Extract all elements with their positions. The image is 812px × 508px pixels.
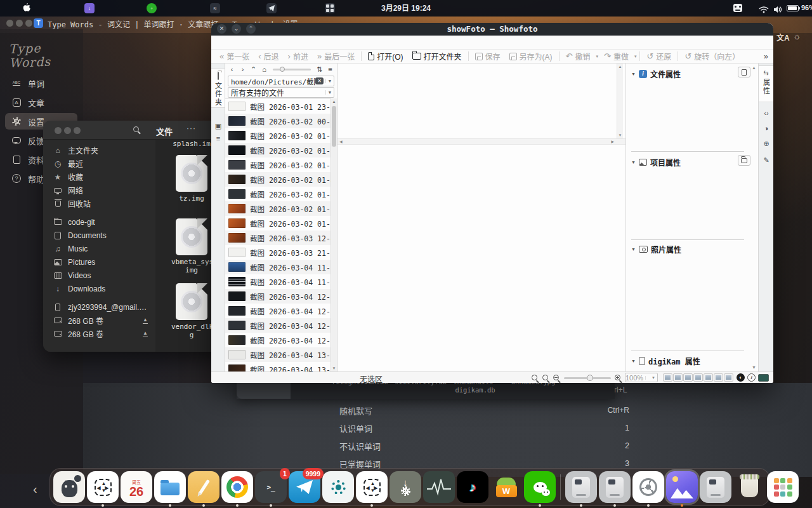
image-file-row[interactable]: 截图 2026-03-02 01-5… (225, 201, 331, 216)
eject-icon[interactable]: ▲ (143, 318, 148, 324)
image-file-row[interactable]: 截图 2026-03-04 11-1… (225, 274, 331, 289)
scroll-up-icon[interactable]: ▲ (617, 65, 623, 69)
showfoto-titlebar[interactable]: ✕ ⌄ ⌃ showFoto — Showfoto (211, 23, 773, 36)
redo-button[interactable]: ↷重做 (599, 51, 633, 62)
forward-icon[interactable]: › (168, 124, 171, 135)
image-file-row[interactable]: 截图 2026-03-02 01-4… (225, 187, 331, 201)
back-icon[interactable]: ‹ (160, 124, 164, 135)
chevron-down-icon[interactable]: ▼ (325, 79, 334, 83)
zoom-fit-icon[interactable] (532, 375, 537, 380)
translate-widget-icon[interactable]: 文A (776, 32, 790, 43)
section-file-properties[interactable]: ▼ i 文件属性 (631, 69, 681, 79)
path-input[interactable]: home/don/Pictures/截图/ (228, 76, 315, 86)
dock-software-installer[interactable]: ↓ (390, 471, 421, 503)
dock-boxes-3[interactable] (700, 471, 731, 503)
image-file-row[interactable]: 截图 2026-03-02 01-1… (225, 157, 331, 172)
thumb-option-button-7[interactable] (724, 373, 733, 382)
copy-properties-button[interactable] (738, 67, 750, 77)
dock-chrome[interactable] (221, 471, 253, 503)
image-file-row[interactable]: 截图 2026-03-04 13-2… (225, 362, 331, 371)
forward-button[interactable]: ›前进 (284, 51, 313, 62)
sidebar-item-trash[interactable]: 回收站 (43, 197, 155, 210)
image-file-row[interactable]: 截图 2026-03-04 12-5… (225, 333, 331, 347)
dock-collapse-icon[interactable]: ‹ (33, 482, 37, 497)
thumb-option-button-2[interactable] (673, 373, 683, 382)
thumb-size-slider[interactable] (273, 69, 311, 70)
sidebar-item-volume-1[interactable]: 268 GB 卷▲ (43, 314, 155, 327)
sidebar-item-downloads[interactable]: ↓Downloads (43, 282, 155, 295)
open-folder-button[interactable]: 打开文件夹 (408, 51, 466, 62)
thumb-option-button-1[interactable] (663, 373, 672, 382)
zoom-slider[interactable] (564, 377, 611, 379)
close-button[interactable] (55, 127, 62, 134)
sidebar-item-home[interactable]: ⌂主文件夹 (43, 144, 155, 157)
dock-tiktok[interactable]: ♪ (457, 471, 488, 503)
minimize-button[interactable] (64, 127, 71, 134)
settings-row[interactable]: 不认识单词2 (339, 437, 629, 455)
nav-home-icon[interactable]: ⌂ (259, 65, 269, 73)
filter-combo[interactable]: 所有支持的文件 ▼ (228, 87, 334, 98)
image-file-row[interactable]: 截图 2026-03-03 12-4… (225, 231, 331, 245)
tab-properties[interactable]: ⇆ 属性 (758, 65, 773, 102)
first-image-button[interactable]: «第一张 (215, 51, 254, 62)
brightness-icon[interactable]: ☼ (793, 31, 801, 41)
nav-up-icon[interactable]: ⌃ (249, 65, 258, 74)
image-file-row[interactable]: 截图 2026-03-02 01-1… (225, 143, 331, 157)
dock-cat-app[interactable] (53, 471, 85, 503)
info-button[interactable]: i (747, 373, 756, 382)
dock-waydroid[interactable]: W (490, 471, 522, 503)
dock-text-editor[interactable] (188, 471, 219, 503)
toolbar-overflow-icon[interactable]: » (764, 51, 768, 61)
sidebar-item-recent[interactable]: ◷最近 (43, 157, 155, 170)
canvas-vscrollbar[interactable]: ▲▼ (617, 64, 623, 138)
menu-dots-button[interactable]: ··· (187, 124, 196, 133)
nav-forward-icon[interactable]: › (238, 65, 247, 73)
chevron-down-icon[interactable]: ▼ (325, 90, 334, 95)
zoom-out-icon[interactable] (553, 375, 559, 380)
input-method-icon[interactable] (733, 4, 742, 12)
file-label[interactable]: thumbnails-digikam.db (450, 382, 500, 394)
dock-system-monitor[interactable] (423, 471, 455, 503)
tab-folders[interactable]: 文件夹 (211, 69, 225, 108)
save-button[interactable]: 保存 (471, 51, 505, 62)
minimize-button[interactable] (16, 20, 23, 27)
rotate-left-button[interactable]: ↺旋转（向左） (680, 51, 744, 62)
dock-calendar[interactable]: 周五26 (121, 471, 152, 503)
thumb-option-button-4[interactable] (693, 373, 703, 382)
wifi-icon[interactable] (759, 4, 769, 15)
dock-ring-tool[interactable] (322, 471, 354, 503)
clear-icon[interactable]: ✕ (315, 77, 324, 84)
metadata-icon[interactable]: ‹› (759, 109, 774, 117)
open-button[interactable]: 打开(O) (363, 51, 407, 62)
dock-trash[interactable] (733, 471, 765, 503)
back-button[interactable]: ‹后退 (254, 51, 283, 62)
scroll-left-icon[interactable]: ◀ (339, 139, 343, 145)
scroll-down-icon[interactable]: ▼ (331, 366, 337, 370)
sidebar-item-starred[interactable]: ★收藏 (43, 170, 155, 184)
maximize-button[interactable] (74, 127, 81, 134)
dock-telegram[interactable]: 9999 (289, 471, 320, 503)
dock-app-grid[interactable] (767, 471, 799, 503)
image-file-row[interactable]: 截图 2026-03-02 01-4… (225, 172, 331, 187)
zoom-level-combo[interactable]: 100%▼ (625, 373, 658, 382)
section-photo-properties[interactable]: ▼ 照片属性 (631, 244, 681, 255)
scroll-up-icon[interactable]: ▲ (331, 100, 337, 104)
image-file-row[interactable]: 截图 2026-03-01 23-3… (225, 99, 331, 114)
exposure-indicator-button[interactable]: ◐ (737, 373, 745, 382)
dock-screenshot-tool-2[interactable]: ▲▼◀▶ (356, 471, 388, 503)
dock-photos-active[interactable] (666, 471, 698, 503)
section-item-properties[interactable]: ▼ 项目属性 (631, 157, 681, 168)
sort-icon[interactable]: ⇅ (315, 65, 324, 74)
last-image-button[interactable]: »最后一张 (313, 51, 359, 62)
sidebar-item-articles[interactable]: A文章 (5, 94, 77, 110)
undo-dropdown-icon[interactable]: ▾ (596, 54, 599, 59)
image-file-row[interactable]: 截图 2026-03-04 11-1… (225, 260, 331, 274)
image-file-row[interactable]: 截图 2026-03-04 13-1… (225, 347, 331, 362)
settings-row[interactable]: 认识单词1 (339, 419, 629, 437)
thumb-option-button-5[interactable] (704, 373, 713, 382)
dock-screenshot-tool[interactable]: ▲▼◀▶ (87, 471, 119, 503)
map-icon[interactable]: ⊕ (759, 140, 774, 148)
thumb-option-button-6[interactable] (714, 373, 723, 382)
clock[interactable]: 3月29日 19:24 (0, 0, 812, 17)
nav-back-icon[interactable]: ‹ (227, 65, 237, 73)
